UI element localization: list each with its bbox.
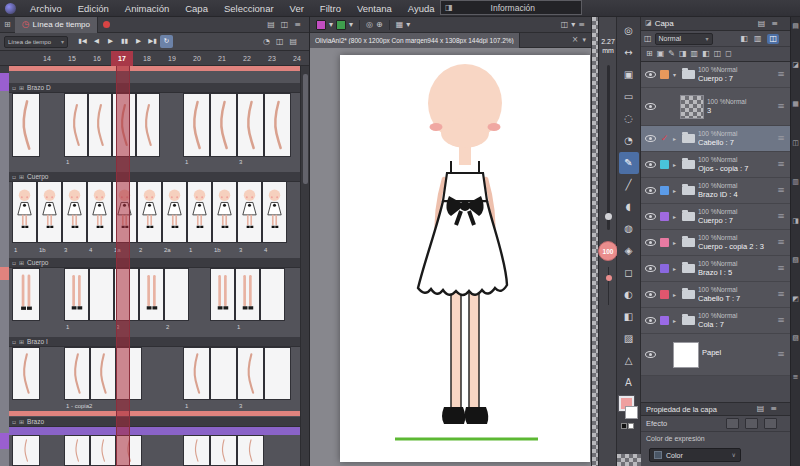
dock-navigator-icon[interactable]: ▦: [792, 101, 799, 108]
layer-row[interactable]: ▾100 %NormalCuerpo : 7≡: [641, 62, 790, 88]
layer-drag-handle[interactable]: ≡: [775, 102, 787, 111]
layer-row[interactable]: ▸100 %NormalCabello T : 7≡: [641, 282, 790, 308]
layer-visibility-eye-icon[interactable]: [644, 161, 656, 168]
layer-drag-handle[interactable]: ≡: [775, 160, 787, 169]
timeline-menu-icon[interactable]: ≡: [294, 21, 301, 29]
first-frame-button[interactable]: ▮◀: [76, 35, 89, 48]
layer-expander-icon[interactable]: ▸: [673, 266, 679, 272]
layer-expander-icon[interactable]: ▾: [673, 72, 679, 78]
pencil-tool[interactable]: ╱: [619, 174, 639, 196]
timeline-tab[interactable]: ◷ Línea de tiempo: [15, 17, 98, 33]
layer-thumbnail[interactable]: [680, 95, 704, 119]
timeline-cel[interactable]: [136, 93, 160, 157]
layer-row[interactable]: ▸100 %NormalCola : 7≡: [641, 308, 790, 334]
layer-drag-handle[interactable]: ≡: [775, 212, 787, 221]
frame-number-17[interactable]: 17: [112, 51, 132, 66]
cel-display-icon[interactable]: ◫: [276, 38, 284, 46]
document-tab[interactable]: OliviaAni2* (800 x 1200px Con margen944 …: [310, 33, 520, 48]
layer-visibility-eye-icon[interactable]: [644, 71, 656, 78]
layer-mask-icon[interactable]: ◧: [740, 35, 748, 43]
menu-item-6[interactable]: Filtro: [312, 0, 349, 17]
mini-slider-dot[interactable]: [606, 275, 612, 281]
fill-tool[interactable]: ◧: [619, 306, 639, 328]
layer-drag-handle[interactable]: ≡: [775, 350, 787, 359]
timeline-cel[interactable]: [12, 268, 40, 321]
timeline-panes-icon[interactable]: ◫: [281, 21, 289, 29]
expand-track-icon[interactable]: ⊞: [19, 85, 24, 91]
canvas-area[interactable]: [310, 48, 591, 466]
playhead[interactable]: [116, 66, 130, 466]
dock-history-icon[interactable]: ◨: [792, 218, 799, 225]
layer-visibility-eye-icon[interactable]: [644, 187, 656, 194]
timeline-cel[interactable]: [64, 347, 90, 400]
timeline-cel[interactable]: [237, 93, 264, 157]
black-color-chip[interactable]: [621, 423, 627, 429]
layer-drag-handle[interactable]: ≡: [775, 70, 787, 79]
frame-number-23[interactable]: 23: [262, 51, 282, 66]
menu-item-4[interactable]: Seleccionar: [216, 0, 282, 17]
layer-color-chip[interactable]: [660, 290, 669, 299]
layer-expander-icon[interactable]: ▸: [673, 162, 679, 168]
decoration-tool[interactable]: ◈: [619, 240, 639, 262]
gradient-tool[interactable]: ▨: [619, 328, 639, 350]
timeline-cel[interactable]: [183, 435, 210, 466]
timeline-cel[interactable]: [264, 93, 291, 157]
layers-collapse-icon[interactable]: ▤: [758, 20, 766, 28]
timeline-cel[interactable]: [212, 181, 237, 243]
dock-quick-access-icon[interactable]: ▤: [792, 23, 799, 30]
frame-number-20[interactable]: 20: [187, 51, 207, 66]
zoom-tool[interactable]: ◎: [619, 20, 639, 42]
workspace-dropdown-icon[interactable]: ▾: [571, 21, 575, 29]
layer-color-chip[interactable]: [660, 160, 669, 169]
timeline-cel[interactable]: [237, 435, 264, 466]
brush-size-slider[interactable]: [607, 65, 610, 230]
white-color-chip[interactable]: [628, 423, 634, 429]
timeline-cel[interactable]: [183, 347, 210, 400]
layer-drag-handle[interactable]: ≡: [775, 238, 787, 247]
timeline-cel[interactable]: [260, 268, 285, 321]
layer-row[interactable]: ▸100 %NormalOjos - copia : 7≡: [641, 152, 790, 178]
timeline-cel[interactable]: [64, 93, 88, 157]
frame-number-14[interactable]: 14: [37, 51, 57, 66]
opacity-mini-slider[interactable]: [608, 267, 609, 305]
timeline-list-icon[interactable]: ▤: [267, 21, 275, 29]
timeline-cel[interactable]: [87, 181, 112, 243]
timeline-cel[interactable]: [210, 268, 235, 321]
layer-visibility-eye-icon[interactable]: [644, 239, 656, 246]
eyedropper-tool[interactable]: ◔: [619, 130, 639, 152]
airbrush-tool[interactable]: ◍: [619, 218, 639, 240]
text-tool[interactable]: A: [619, 372, 639, 394]
timeline-cel[interactable]: [64, 268, 89, 321]
expand-track-icon[interactable]: ⊞: [19, 174, 24, 180]
timeline-cel[interactable]: [162, 181, 187, 243]
blend-tool[interactable]: ◐: [619, 284, 639, 306]
grid-icon[interactable]: ▦: [396, 21, 404, 29]
layer-visibility-eye-icon[interactable]: [644, 291, 656, 298]
blend-mode-select[interactable]: Normal ▾: [655, 33, 713, 45]
timeline-cel[interactable]: [237, 181, 262, 243]
next-frame-button[interactable]: ▶: [132, 35, 145, 48]
dock-auto-action-icon[interactable]: ▧: [792, 257, 799, 264]
layer-color-chip[interactable]: [660, 212, 669, 221]
frame-number-15[interactable]: 15: [62, 51, 82, 66]
selection-tool[interactable]: ▭: [619, 86, 639, 108]
last-frame-button[interactable]: ▶▮: [146, 35, 159, 48]
palette-grid-icon[interactable]: ◫: [644, 35, 652, 43]
menu-item-7[interactable]: Ventana: [349, 0, 400, 17]
dock-search-icon[interactable]: ◩: [792, 296, 799, 303]
layer-row[interactable]: 100 %Normal3≡: [641, 88, 790, 126]
timeline-cel[interactable]: [210, 435, 237, 466]
menu-item-5[interactable]: Ver: [282, 0, 312, 17]
layer-visibility-eye-icon[interactable]: [644, 265, 656, 272]
layer-row[interactable]: ✓▸100 %NormalCabello : 7≡: [641, 126, 790, 152]
track-header[interactable]: ▫⊞Cuerpo: [9, 258, 301, 268]
eraser-tool[interactable]: ◻: [619, 262, 639, 284]
close-document-icon[interactable]: ×: [568, 36, 583, 44]
divide-frame-icon[interactable]: ▥: [754, 35, 762, 43]
frame-number-22[interactable]: 22: [237, 51, 257, 66]
timeline-cel[interactable]: [264, 347, 291, 400]
opacity-badge[interactable]: 100: [598, 241, 618, 261]
workspace-icon[interactable]: ◫: [561, 21, 569, 29]
layer-row[interactable]: ▸100 %NormalCuerpo - copia 2 : 3≡: [641, 230, 790, 256]
frame-number-24[interactable]: 24: [287, 51, 307, 66]
